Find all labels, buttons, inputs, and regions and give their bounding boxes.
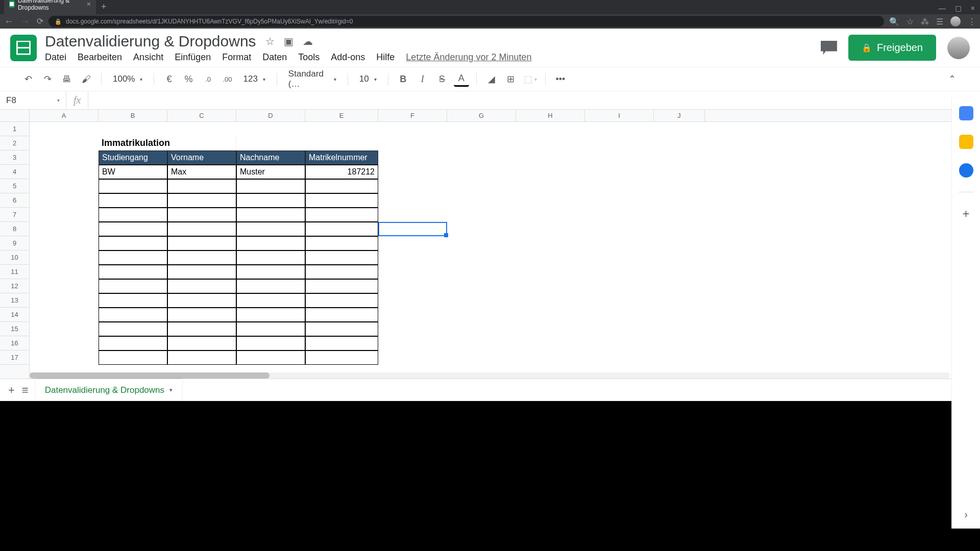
forward-icon[interactable]: → [20,16,30,27]
row-header-10[interactable]: 10 [0,251,29,265]
bold-icon[interactable]: B [396,71,411,87]
menu-format[interactable]: Format [222,52,251,63]
cell-E17[interactable] [305,350,378,365]
menu-view[interactable]: Ansicht [133,52,163,63]
cell-C16[interactable] [167,336,236,350]
kebab-menu-icon[interactable]: ⋮ [968,17,976,27]
menu-edit[interactable]: Bearbeiten [78,52,122,63]
header-vorname[interactable]: Vorname [167,151,236,165]
cell-B7[interactable] [99,208,167,222]
menu-file[interactable]: Datei [45,52,66,63]
cell-E12[interactable] [305,279,378,293]
cell-B9[interactable] [99,236,167,251]
cell-C5[interactable] [167,179,236,193]
browser-tab[interactable]: Datenvalidierung & Dropdowns × [4,0,96,14]
cell-D16[interactable] [236,336,305,350]
header-studiengang[interactable]: Studiengang [99,151,167,165]
decrease-decimal-button[interactable]: .0 [200,71,215,87]
cell-C10[interactable] [167,251,236,265]
move-doc-icon[interactable]: ▣ [284,35,293,47]
cell-C17[interactable] [167,350,236,365]
row-header-17[interactable]: 17 [0,350,29,365]
cell-B8[interactable] [99,222,167,236]
col-header-E[interactable]: E [305,110,378,121]
cell-D4[interactable]: Muster [236,165,305,179]
selected-cell-F8[interactable] [378,222,447,236]
cell-D9[interactable] [236,236,305,251]
add-sheet-button[interactable]: + [8,384,15,397]
account-avatar[interactable] [947,37,970,59]
cell-E7[interactable] [305,208,378,222]
cell-C12[interactable] [167,279,236,293]
col-header-D[interactable]: D [236,110,305,121]
percent-button[interactable]: % [181,71,196,87]
cell-B15[interactable] [99,322,167,336]
cell-E13[interactable] [305,293,378,308]
select-all-corner[interactable] [0,110,30,122]
collapse-toolbar-icon[interactable]: ⌃ [944,71,960,87]
cell-C14[interactable] [167,308,236,322]
cell-D8[interactable] [236,222,305,236]
row-header-2[interactable]: 2 [0,136,29,151]
more-icon[interactable]: ••• [553,71,568,87]
profile-avatar-icon[interactable] [950,16,961,27]
col-header-B[interactable]: B [99,110,167,121]
cell-E8[interactable] [305,222,378,236]
menu-help[interactable]: Hilfe [376,52,395,63]
merge-icon[interactable]: ⬚ [523,71,538,87]
cell-D10[interactable] [236,251,305,265]
cell-C11[interactable] [167,265,236,279]
header-nachname[interactable]: Nachname [236,151,305,165]
menu-addons[interactable]: Add-ons [331,52,365,63]
cell-E14[interactable] [305,308,378,322]
cell-B10[interactable] [99,251,167,265]
cell-E5[interactable] [305,179,378,193]
increase-decimal-button[interactable]: .00 [219,71,235,87]
row-header-6[interactable]: 6 [0,193,29,208]
borders-icon[interactable]: ⊞ [503,71,519,87]
cell-D12[interactable] [236,279,305,293]
cell-B5[interactable] [99,179,167,193]
tasks-icon[interactable] [959,163,973,178]
cell-D5[interactable] [236,179,305,193]
row-header-4[interactable]: 4 [0,165,29,179]
cell-B12[interactable] [99,279,167,293]
cell-E16[interactable] [305,336,378,350]
col-header-H[interactable]: H [516,110,585,121]
menu-insert[interactable]: Einfügen [175,52,211,63]
share-button[interactable]: 🔒 Freigeben [848,35,936,61]
row-header-5[interactable]: 5 [0,179,29,193]
number-format-dropdown[interactable]: 123 [239,74,269,84]
redo-icon[interactable]: ↷ [40,71,55,87]
cell-C4[interactable]: Max [167,165,236,179]
header-matrikel[interactable]: Matrikelnummer [305,151,378,165]
name-box[interactable]: F8 [0,91,66,109]
cell-C8[interactable] [167,222,236,236]
sheet-tab-active[interactable]: Datenvalidierung & Dropdowns [36,379,182,400]
cell-B14[interactable] [99,308,167,322]
cell-D13[interactable] [236,293,305,308]
menu-data[interactable]: Daten [262,52,287,63]
text-color-icon[interactable]: A [454,71,469,87]
row-header-13[interactable]: 13 [0,293,29,308]
spreadsheet-grid[interactable]: ABCDEFGHIJ 1234567891011121314151617 Imm… [0,110,980,379]
cell-C15[interactable] [167,322,236,336]
row-header-16[interactable]: 16 [0,336,29,350]
row-header-3[interactable]: 3 [0,151,29,165]
new-tab-button[interactable]: + [96,0,112,14]
sheets-logo-icon[interactable] [10,35,37,61]
star-doc-icon[interactable]: ☆ [265,35,275,47]
cell-E10[interactable] [305,251,378,265]
cell-B2-title[interactable]: Immatrikulation [99,136,236,151]
minimize-icon[interactable]: — [939,4,946,12]
cell-B11[interactable] [99,265,167,279]
cell-B6[interactable] [99,193,167,208]
cell-E9[interactable] [305,236,378,251]
cell-B13[interactable] [99,293,167,308]
zoom-dropdown[interactable]: 100% [109,74,146,84]
calendar-icon[interactable] [959,106,973,120]
cell-B4[interactable]: BW [99,165,167,179]
cell-C6[interactable] [167,193,236,208]
cell-E6[interactable] [305,193,378,208]
reload-icon[interactable]: ⟳ [37,16,43,27]
